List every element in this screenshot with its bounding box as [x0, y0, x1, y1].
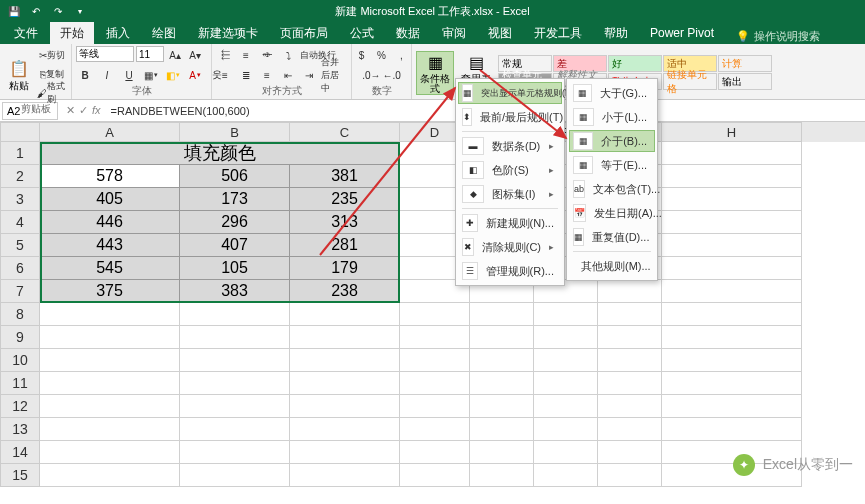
tab-insert[interactable]: 插入 [96, 22, 140, 44]
cell[interactable] [470, 418, 534, 441]
cell[interactable] [40, 441, 180, 464]
cell[interactable] [598, 372, 662, 395]
border-icon[interactable]: ▦▾ [142, 66, 160, 84]
bold-button[interactable]: B [76, 66, 94, 84]
cell[interactable] [662, 372, 802, 395]
cell[interactable]: 313 [290, 211, 400, 234]
cell[interactable] [180, 372, 290, 395]
row-header[interactable]: 12 [0, 395, 40, 418]
row-header[interactable]: 10 [0, 349, 40, 372]
row-header[interactable]: 7 [0, 280, 40, 303]
cell[interactable] [180, 326, 290, 349]
cell[interactable] [662, 280, 802, 303]
row-header[interactable]: 13 [0, 418, 40, 441]
redo-icon[interactable]: ↷ [50, 3, 66, 19]
increase-font-icon[interactable]: A▴ [166, 46, 184, 64]
cell[interactable] [400, 395, 470, 418]
col-header-B[interactable]: B [180, 122, 290, 142]
orientation-icon[interactable]: ⤵ [279, 46, 297, 64]
cell[interactable] [534, 326, 598, 349]
cell[interactable] [662, 142, 802, 165]
cell[interactable] [40, 303, 180, 326]
tab-draw[interactable]: 绘图 [142, 22, 186, 44]
tell-me-search[interactable]: 💡 操作说明搜索 [736, 29, 820, 44]
cell[interactable] [598, 464, 662, 487]
cell[interactable] [180, 349, 290, 372]
row-header[interactable]: 2 [0, 165, 40, 188]
col-header-A[interactable]: A [40, 122, 180, 142]
menu-text-contains[interactable]: ab文本包含(T)... [569, 177, 655, 201]
menu-new-rule[interactable]: ✚新建规则(N)... [458, 211, 562, 235]
accept-formula-icon[interactable]: ✓ [79, 104, 88, 117]
tab-home[interactable]: 开始 [50, 22, 94, 44]
cell[interactable] [180, 441, 290, 464]
cell[interactable] [470, 349, 534, 372]
menu-color-scales[interactable]: ◧色阶(S)▸ [458, 158, 562, 182]
cell[interactable] [470, 441, 534, 464]
align-left-icon[interactable]: ≡ [216, 66, 234, 84]
cell[interactable]: 381 [290, 165, 400, 188]
cell[interactable] [662, 211, 802, 234]
style-output[interactable]: 输出 [718, 73, 772, 90]
row-header[interactable]: 8 [0, 303, 40, 326]
style-good[interactable]: 好 [608, 55, 662, 72]
cell[interactable] [598, 441, 662, 464]
align-right-icon[interactable]: ≡ [258, 66, 276, 84]
font-size-select[interactable] [136, 46, 164, 62]
cell[interactable] [40, 464, 180, 487]
cell[interactable]: 407 [180, 234, 290, 257]
font-color-icon[interactable]: A▾ [186, 66, 204, 84]
dec-decimal-icon[interactable]: ←.0 [383, 66, 401, 84]
row-header[interactable]: 15 [0, 464, 40, 487]
paste-button[interactable]: 📋 粘贴 [4, 52, 34, 96]
currency-icon[interactable]: $ [353, 46, 371, 64]
cell[interactable]: 296 [180, 211, 290, 234]
row-header[interactable]: 3 [0, 188, 40, 211]
cell[interactable] [400, 441, 470, 464]
font-name-select[interactable] [76, 46, 134, 62]
cell[interactable] [40, 326, 180, 349]
tab-powerpivot[interactable]: Power Pivot [640, 22, 724, 44]
cell[interactable] [662, 165, 802, 188]
cell[interactable] [180, 303, 290, 326]
cell[interactable]: 235 [290, 188, 400, 211]
fill-color-icon[interactable]: ◧▾ [164, 66, 182, 84]
inc-decimal-icon[interactable]: .0→ [362, 66, 380, 84]
tab-help[interactable]: 帮助 [594, 22, 638, 44]
cell[interactable]: 105 [180, 257, 290, 280]
cell[interactable]: 443 [40, 234, 180, 257]
cell[interactable] [598, 418, 662, 441]
underline-button[interactable]: U [120, 66, 138, 84]
cell[interactable] [598, 280, 662, 303]
menu-other-rules[interactable]: 其他规则(M)... [569, 254, 655, 278]
menu-top-bottom[interactable]: ⬍最前/最后规则(T)▸ [458, 105, 562, 129]
cell[interactable]: 281 [290, 234, 400, 257]
qat-more-icon[interactable]: ▾ [72, 3, 88, 19]
cell[interactable] [534, 441, 598, 464]
tab-formulas[interactable]: 公式 [340, 22, 384, 44]
tab-data[interactable]: 数据 [386, 22, 430, 44]
style-link[interactable]: 链接单元格 [663, 73, 717, 90]
merge-center-button[interactable]: 合并后居中 [321, 66, 347, 84]
cut-button[interactable]: ✂剪切 [37, 46, 67, 64]
align-bottom-icon[interactable]: ⬲ [258, 46, 276, 64]
cell[interactable] [470, 372, 534, 395]
cell[interactable] [400, 326, 470, 349]
cell[interactable]: 179 [290, 257, 400, 280]
cell[interactable]: 375 [40, 280, 180, 303]
tab-newtab[interactable]: 新建选项卡 [188, 22, 268, 44]
cell[interactable] [534, 395, 598, 418]
tab-review[interactable]: 审阅 [432, 22, 476, 44]
cell[interactable]: 填充颜色 [40, 142, 400, 165]
row-header[interactable]: 11 [0, 372, 40, 395]
indent-inc-icon[interactable]: ⇥ [300, 66, 318, 84]
menu-greater-than[interactable]: ▦大于(G)... [569, 81, 655, 105]
cell[interactable] [470, 326, 534, 349]
cell[interactable] [534, 464, 598, 487]
cell[interactable]: 173 [180, 188, 290, 211]
cell[interactable] [290, 418, 400, 441]
cell[interactable] [290, 441, 400, 464]
cell[interactable]: 383 [180, 280, 290, 303]
menu-clear-rules[interactable]: ✖清除规则(C)▸ [458, 235, 562, 259]
tab-dev[interactable]: 开发工具 [524, 22, 592, 44]
